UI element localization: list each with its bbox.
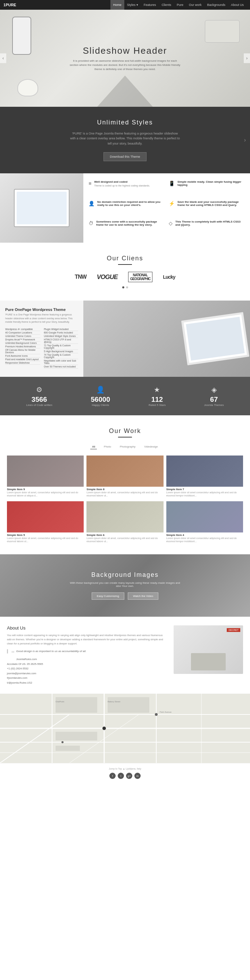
feature-item-5: ⏱ Sometimes come with a successfully pac…: [88, 220, 165, 236]
list-item: Responsive Slideshow: [5, 361, 40, 365]
work-label-9: Simple Item 9: [7, 488, 84, 491]
clock-icon: ⏱: [88, 221, 93, 226]
stat-number-themes: 67: [204, 396, 224, 404]
hero-section: ‹ Slideshow Header It is provided with a…: [0, 10, 250, 107]
nav-pure[interactable]: Pure: [174, 0, 186, 10]
stat-clients: 👤 56000 Happy Clients: [91, 385, 110, 407]
contact-twitter: t/@joomla-Rules-US2: [7, 681, 167, 685]
hero-prev-arrow[interactable]: ‹: [0, 53, 6, 63]
logo[interactable]: 1PURE: [3, 3, 16, 7]
dot-2[interactable]: [126, 286, 128, 288]
contact-website: JoomlaRules.com: [7, 657, 167, 662]
footer-link[interactable]: Jump to Top ▲ Ljubljana, Italy: [7, 767, 243, 770]
about-office-image: DECRET: [174, 625, 243, 674]
footer: Jump to Top ▲ Ljubljana, Italy f t g+ in: [0, 763, 250, 783]
filter-photography[interactable]: Photography: [118, 444, 137, 449]
feature-text-4: Save the blank and your successfully pac…: [178, 200, 245, 207]
nav-about[interactable]: About Us: [228, 0, 247, 10]
svg-rect-13: [56, 746, 80, 751]
stat-stars: ★ 112 Rated 5 Stars: [149, 385, 166, 407]
linkedin-icon[interactable]: in: [135, 773, 141, 779]
easy-customizing-button[interactable]: Easy Customizing: [92, 592, 124, 600]
dot-1[interactable]: [122, 286, 124, 288]
nav-clients[interactable]: Clients: [159, 0, 174, 10]
background-buttons: Easy Customizing Watch the Video: [92, 592, 158, 600]
nav-styles[interactable]: Styles ▾: [124, 0, 141, 10]
about-left: About Us You will notice content appeari…: [7, 625, 167, 685]
work-label-7: Simple Item 7: [166, 488, 243, 491]
nav-features[interactable]: Features: [141, 0, 159, 10]
list-item: 5 High Background Images: [44, 350, 78, 353]
list-item: Negotiates with color and Sub Titles: [44, 359, 78, 365]
work-item-5[interactable]: [7, 501, 84, 533]
about-contact: JoomlaRules.com Accolado Of US. 05 2625-…: [7, 657, 167, 685]
list-item: Fluid and readable Grid Layout: [5, 358, 40, 361]
social-icons: f t g+ in: [7, 773, 243, 779]
clients-icon: 👤: [91, 385, 110, 394]
about-title: About Us: [7, 625, 167, 630]
work-item-9[interactable]: [7, 455, 84, 487]
work-item-6[interactable]: [87, 501, 163, 533]
hero-next-arrow[interactable]: ›: [244, 53, 250, 63]
joomla-icon: ◈: [204, 385, 224, 394]
filter-all[interactable]: All: [90, 444, 97, 449]
stat-number-stars: 112: [149, 396, 166, 404]
features-section: ≡ Well designed and coded Theme is coded…: [0, 173, 250, 243]
svg-text:OnePoint: OnePoint: [56, 701, 64, 703]
filter-videdesign[interactable]: Videdesign: [143, 444, 159, 449]
contact-phone: +1 (02) 2624-5532: [7, 666, 167, 671]
scroll-arrow: ›: [244, 137, 246, 143]
feature-text-3: No domain restriction required and to al…: [97, 200, 165, 207]
client-vogue: VOGUE: [97, 274, 118, 281]
work-desc-5: Lorem ipsum dolor sit amet, consectetur …: [7, 537, 84, 543]
client-ng: NATIONALGEOGRAPHIC: [128, 272, 152, 282]
contact-facebook: f/joomlarules.com: [7, 676, 167, 681]
svg-rect-10: [56, 697, 97, 713]
work-item-4[interactable]: [166, 501, 243, 533]
quote-icon: ": [11, 649, 14, 659]
googleplus-icon[interactable]: g+: [126, 773, 132, 779]
work-row-1: Simple Item 9 Lorem ipsum dolor sit amet…: [7, 455, 243, 497]
filter-photo[interactable]: Photo: [102, 444, 113, 449]
work-divider: [118, 437, 132, 438]
work-desc-9: Lorem ipsum dolor sit amet, consectetur …: [7, 491, 84, 497]
star-icon: ★: [149, 385, 166, 394]
frame-inner: [186, 317, 244, 361]
list-item: Unlimited Widget Style Zones: [44, 334, 78, 338]
svg-text:Park Avenue: Park Avenue: [160, 711, 172, 713]
list-item: Unlimited Background Colors: [5, 342, 40, 345]
work-item-8[interactable]: [87, 455, 163, 487]
download-button[interactable]: Download this Theme: [104, 152, 147, 161]
office-label: DECRET: [227, 628, 240, 632]
nav-links: Home Styles ▾ Features Clients Pure Our …: [111, 0, 247, 10]
nav-our-work[interactable]: Our work: [186, 0, 205, 10]
nav-backgrounds[interactable]: Backgrounds: [204, 0, 228, 10]
svg-text:Bakery Street: Bakery Street: [107, 701, 120, 703]
features-image: [0, 173, 83, 243]
about-section: About Us You will notice content appeari…: [0, 617, 250, 694]
compare-features-right: Plugin Widget included 600 Google Fonts …: [44, 328, 78, 369]
map-background: Bakery Street OnePoint Park Avenue: [0, 694, 250, 763]
quote-text: Good design is as important to us as acc…: [11, 649, 167, 654]
work-cell-6: Simple Item 4 Lorem ipsum dolor sit amet…: [166, 501, 243, 543]
features-compare-section: Pure OnePage Wordpress Theme 'PURE' is a…: [0, 301, 250, 377]
facebook-icon[interactable]: f: [109, 773, 115, 779]
navigation: 1PURE Home Styles ▾ Features Clients Pur…: [0, 0, 250, 10]
hero-title: Slideshow Header: [69, 45, 181, 56]
work-cell-5: Simple Item 6 Lorem ipsum dolor sit amet…: [87, 501, 163, 543]
frame-decoration: [182, 314, 248, 364]
gear-icon: ⚙: [26, 385, 52, 394]
stats-section: ⚙ 3566 Lines of Code written 👤 56000 Hap…: [0, 377, 250, 415]
watch-video-button[interactable]: Watch the Video: [128, 592, 158, 600]
clients-title: Our Cliens: [7, 255, 243, 262]
compare-right-inner: [83, 301, 250, 377]
about-description: You will notice content appearing in var…: [7, 633, 167, 646]
contact-email: joomla@joomlarules.com: [7, 671, 167, 676]
feature-desc-1: Theme is coded up to the highest coding …: [94, 184, 150, 188]
compare-theme-name: Pure OnePage Wordpress Theme: [5, 307, 78, 312]
work-cell-3: Simple Item 7 Lorem ipsum dolor sit amet…: [166, 455, 243, 497]
twitter-icon[interactable]: t: [118, 773, 124, 779]
nav-home[interactable]: Home: [111, 0, 124, 10]
work-item-7[interactable]: [166, 455, 243, 487]
work-cell-1: Simple Item 9 Lorem ipsum dolor sit amet…: [7, 455, 84, 497]
